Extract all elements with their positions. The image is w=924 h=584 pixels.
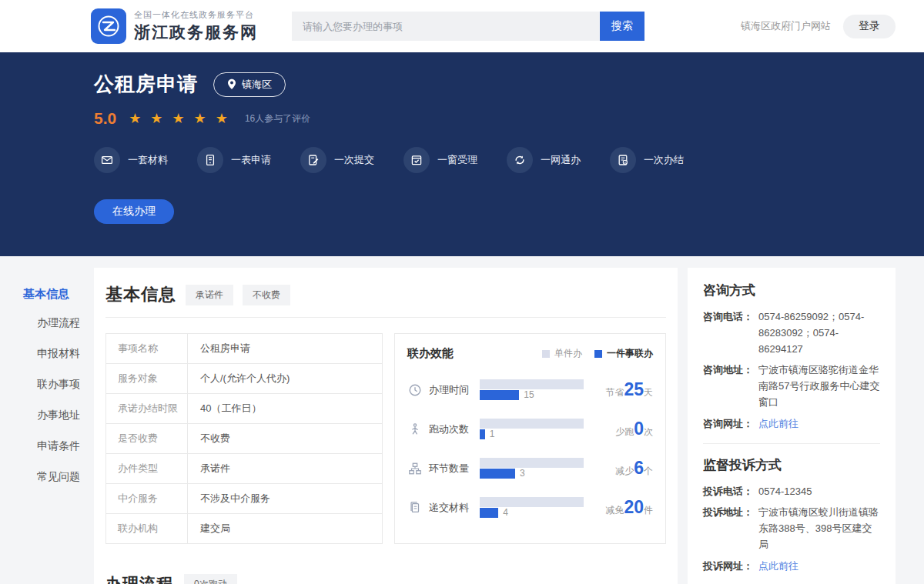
stat-unit: 个 <box>644 465 653 478</box>
walk-icon <box>407 422 423 436</box>
mail-icon <box>94 147 120 173</box>
location-label: 镇海区 <box>242 78 272 92</box>
chart-row-label: 环节数量 <box>429 462 477 476</box>
stat-number: 25 <box>624 381 644 399</box>
row-value: 0574-12345 <box>758 484 880 500</box>
stat-unit: 次 <box>644 425 653 439</box>
nav-item-faq[interactable]: 常见问题 <box>23 470 94 484</box>
feature-one-network: 一网通办 <box>507 147 581 173</box>
search-input[interactable] <box>292 12 600 41</box>
edit-doc-icon <box>300 147 326 173</box>
bar-value: 1 <box>490 429 495 439</box>
badge-free: 不收费 <box>243 285 290 305</box>
bar-single <box>480 379 584 389</box>
row-label: 联办机构 <box>106 514 187 543</box>
stat-prefix: 少跑 <box>615 425 634 439</box>
row-value: 个人/(允许个人代办) <box>187 364 382 393</box>
stat-waived-materials: 减免20件 <box>605 499 653 517</box>
row-value: 不收费 <box>187 424 382 453</box>
doc-done-icon <box>610 147 636 173</box>
stat-number: 0 <box>634 420 644 438</box>
feature-label: 一窗受理 <box>437 153 477 167</box>
legend-joint: 一件事联办 <box>594 347 653 360</box>
basic-info-card: 基本信息 承诺件 不收费 事项名称公租房申请 服务对象个人/(允许个人代办) 承… <box>94 268 678 584</box>
stat-prefix: 减免 <box>605 504 624 517</box>
row-value: 公租房申请 <box>187 334 382 363</box>
row-value: 0574-86259092；0574-86283092；0574-8629412… <box>758 309 880 357</box>
table-row: 承诺办结时限40（工作日） <box>106 394 382 424</box>
row-label: 承诺办结时限 <box>106 394 187 423</box>
row-label: 投诉网址： <box>703 559 758 575</box>
chart-legend: 单件办 一件事联办 <box>542 347 653 360</box>
bar-value: 3 <box>520 468 525 479</box>
legend-label: 一件事联办 <box>607 347 653 360</box>
bar-joint <box>480 469 515 479</box>
consult-title: 咨询方式 <box>703 282 880 299</box>
row-label: 办件类型 <box>106 454 187 483</box>
row-label: 服务对象 <box>106 364 187 393</box>
bar-single <box>480 419 584 429</box>
nav-item-materials[interactable]: 申报材料 <box>23 347 94 361</box>
chart-row-trips: 跑动次数 1 少跑0次 <box>407 419 653 439</box>
table-row: 服务对象个人/(允许个人代办) <box>106 364 382 394</box>
bar-group: 1 <box>480 419 584 439</box>
stat-prefix: 节省 <box>605 386 624 399</box>
bar-group: 15 <box>480 379 584 400</box>
nav-item-conditions[interactable]: 申请条件 <box>23 439 94 453</box>
legend-swatch-blue <box>594 350 602 358</box>
chart-row-label: 递交材料 <box>429 501 477 515</box>
feature-one-done: 一次办结 <box>610 147 684 173</box>
consult-phone-row: 咨询电话： 0574-86259092；0574-86283092；0574-8… <box>703 309 880 357</box>
nav-item-basic-info[interactable]: 基本信息 <box>23 287 94 302</box>
row-value: 不涉及中介服务 <box>187 484 382 513</box>
bar-joint <box>480 508 498 518</box>
papers-icon <box>407 501 423 515</box>
nav-item-joint-items[interactable]: 联办事项 <box>23 378 94 392</box>
consult-website-row: 咨询网址： 点此前往 <box>703 416 880 432</box>
portal-link[interactable]: 镇海区政府门户网站 <box>741 19 831 33</box>
nav-item-address[interactable]: 办事地址 <box>23 409 94 422</box>
header-right: 镇海区政府门户网站 登录 <box>741 15 896 38</box>
flow-icon <box>407 462 423 476</box>
consult-website-link[interactable]: 点此前往 <box>758 416 880 432</box>
chart-title: 联办效能 <box>407 346 454 361</box>
chart-row-time: 办理时间 15 节省25天 <box>407 379 653 400</box>
logo-text: 全国一体化在线政务服务平台 浙江政务服务网 <box>134 9 258 43</box>
clock-icon <box>407 383 423 397</box>
stat-saved-days: 节省25天 <box>605 381 653 399</box>
bar-joint <box>480 429 485 439</box>
complaint-title: 监督投诉方式 <box>703 456 880 474</box>
info-table: 事项名称公租房申请 服务对象个人/(允许个人代办) 承诺办结时限40（工作日） … <box>105 333 383 544</box>
complaint-website-link[interactable]: 点此前往 <box>758 559 880 575</box>
logo-icon <box>91 8 126 44</box>
window-check-icon <box>403 147 430 173</box>
left-nav: 基本信息 办理流程 申报材料 联办事项 办事地址 申请条件 常见问题 <box>23 268 94 501</box>
login-button[interactable]: 登录 <box>843 15 896 38</box>
feature-label: 一表申请 <box>231 153 271 167</box>
divider <box>703 443 880 444</box>
chart-row-steps: 环节数量 3 减少6个 <box>407 458 653 479</box>
bar-group: 3 <box>480 458 584 479</box>
legend-swatch-gray <box>542 350 550 358</box>
nav-item-process[interactable]: 办理流程 <box>23 316 94 330</box>
feature-label: 一次提交 <box>334 153 374 167</box>
stat-fewer-trips: 少跑0次 <box>615 420 653 439</box>
online-apply-button[interactable]: 在线办理 <box>94 199 174 224</box>
bar-joint <box>480 390 519 400</box>
location-badge[interactable]: 镇海区 <box>213 72 286 97</box>
site-logo[interactable]: 全国一体化在线政务服务平台 浙江政务服务网 <box>91 8 258 44</box>
row-label: 投诉地址： <box>703 505 758 552</box>
chart-row-label: 跑动次数 <box>429 422 477 436</box>
site-name: 浙江政务服务网 <box>134 22 258 43</box>
rating-count: 16人参与了评价 <box>245 112 310 125</box>
row-value: 建交局 <box>187 514 382 543</box>
table-row: 中介服务不涉及中介服务 <box>106 484 382 514</box>
rating-score: 5.0 <box>94 109 116 128</box>
bar-group: 4 <box>480 497 584 518</box>
star-rating-icons: ★★★★★ <box>129 110 237 127</box>
search-button[interactable]: 搜索 <box>600 12 644 41</box>
main-content: 基本信息 办理流程 申报材料 联办事项 办事地址 申请条件 常见问题 基本信息 … <box>0 256 924 584</box>
feature-label: 一网通办 <box>541 153 581 167</box>
bar-single <box>480 497 584 507</box>
feature-label: 一次办结 <box>644 153 684 167</box>
